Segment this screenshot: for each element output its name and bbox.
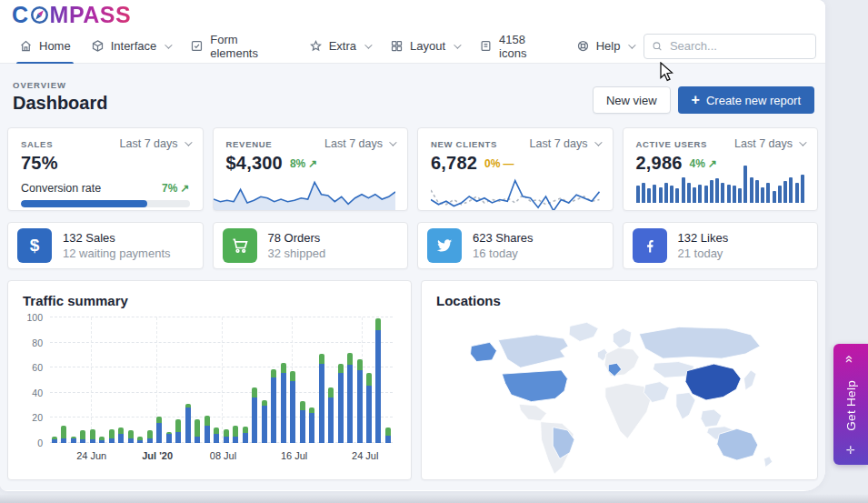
- traffic-title: Traffic summary: [23, 293, 396, 308]
- brand-header: C MPASS: [0, 0, 825, 29]
- dollar-icon: $: [17, 228, 52, 263]
- conversion-progressbar: [21, 200, 190, 207]
- range-dropdown[interactable]: Last 7 days: [734, 137, 804, 150]
- nav-item-help[interactable]: Help: [566, 29, 644, 63]
- likes-info-card: 132 Likes 21 today: [623, 222, 819, 269]
- stat-value: $4,300: [226, 153, 283, 174]
- delta-badge: 0%—: [484, 157, 514, 170]
- compass-icon: [30, 5, 49, 25]
- facebook-icon: [633, 228, 667, 263]
- orders-info-card: 78 Orders 32 shipped: [213, 222, 409, 269]
- search-input[interactable]: [670, 39, 808, 53]
- chevron-down-icon: [799, 138, 806, 146]
- grid-icon: [390, 39, 404, 53]
- stat-value: 6,782: [431, 153, 477, 174]
- chevron-down-icon: [389, 138, 396, 146]
- logo-text: MPASS: [50, 4, 132, 26]
- collapse-icon[interactable]: «: [843, 356, 859, 362]
- logo-letter: C: [12, 4, 29, 26]
- plus-icon: +: [692, 93, 700, 107]
- nav-item-interface[interactable]: Interface: [81, 29, 181, 63]
- shares-info-card: 623 Shares 16 today: [417, 222, 614, 269]
- clients-sparkline: [431, 177, 600, 211]
- info-title: 623 Shares: [473, 231, 534, 245]
- traffic-chart: 020406080100: [50, 317, 393, 443]
- get-help-tab[interactable]: « Get Help ✛: [833, 344, 868, 465]
- sales-card: SALES Last 7 days 75% Conversion rate 7%…: [7, 127, 204, 211]
- search-box[interactable]: [644, 34, 816, 59]
- chevron-down-icon: [185, 138, 192, 146]
- nav-label: 4158 icons: [499, 33, 556, 60]
- stat-label: REVENUE: [226, 139, 273, 149]
- traffic-x-axis: 24 JunJul '2008 Jul16 Jul24 Jul: [50, 450, 396, 465]
- chevron-down-icon: [594, 138, 602, 146]
- chevron-down-icon: [629, 41, 636, 48]
- nav-item-home[interactable]: Home: [9, 29, 81, 63]
- nav-label: Home: [39, 39, 71, 53]
- world-map[interactable]: [436, 314, 803, 476]
- stat-label: SALES: [21, 139, 53, 149]
- page-content: OVERVIEW Dashboard New view + Create new…: [0, 64, 825, 490]
- info-subtitle: 21 today: [678, 246, 729, 260]
- info-subtitle: 12 waiting payments: [63, 246, 171, 260]
- conversion-label: Conversion rate: [21, 182, 101, 195]
- compass-logo[interactable]: C MPASS: [12, 4, 131, 26]
- chevron-down-icon: [454, 41, 461, 48]
- range-dropdown[interactable]: Last 7 days: [120, 137, 190, 150]
- chevron-down-icon: [364, 41, 372, 48]
- new-view-button[interactable]: New view: [593, 86, 671, 114]
- cart-icon: [223, 228, 257, 263]
- nav-label: Extra: [329, 39, 356, 53]
- trend-up-icon: ↗: [180, 182, 189, 195]
- sales-info-card: $ 132 Sales 12 waiting payments: [7, 222, 204, 269]
- active-users-card: ACTIVE USERS Last 7 days 2,986 4%↗: [623, 127, 819, 211]
- locations-title: Locations: [436, 293, 803, 308]
- info-cards-row: $ 132 Sales 12 waiting payments 78 Order…: [7, 222, 818, 269]
- users-minibar-chart: [636, 163, 805, 203]
- cube-icon: [91, 39, 105, 53]
- nav-item-extra[interactable]: Extra: [299, 29, 380, 63]
- traffic-summary-card: Traffic summary 020406080100 24 JunJul '…: [7, 280, 412, 480]
- page-pretitle: OVERVIEW: [13, 80, 107, 90]
- info-title: 132 Sales: [63, 231, 171, 245]
- flat-trend-icon: —: [503, 157, 514, 170]
- checkbox-icon: [190, 39, 204, 53]
- delta-badge: 8%↗: [290, 157, 317, 170]
- stat-label: ACTIVE USERS: [636, 139, 708, 149]
- info-title: 78 Orders: [268, 231, 326, 245]
- page-header: OVERVIEW Dashboard New view + Create new…: [7, 80, 818, 114]
- nav-label: Help: [596, 39, 621, 53]
- lifebuoy-icon: [576, 39, 590, 53]
- info-subtitle: 16 today: [473, 246, 534, 260]
- nav-item-icons[interactable]: 4158 icons: [469, 29, 566, 63]
- choropleth-map: [438, 314, 802, 476]
- revenue-sparkline: [214, 174, 395, 210]
- nav-label: Form elements: [210, 33, 288, 60]
- chevron-down-icon: [165, 41, 172, 48]
- main-navbar: Home Interface Form elements Extra Layou…: [0, 29, 825, 64]
- bottom-row: Traffic summary 020406080100 24 JunJul '…: [7, 280, 818, 480]
- revenue-card: REVENUE Last 7 days $4,300 8%↗: [213, 127, 409, 211]
- nav-item-form-elements[interactable]: Form elements: [180, 29, 298, 63]
- info-subtitle: 32 shipped: [268, 246, 326, 260]
- locations-card: Locations: [421, 280, 818, 480]
- range-dropdown[interactable]: Last 7 days: [324, 137, 394, 150]
- app-window: C MPASS Home Interface Form elements: [0, 0, 825, 491]
- nav-label: Layout: [410, 39, 445, 53]
- nav-label: Interface: [111, 39, 157, 53]
- get-help-label: Get Help: [844, 380, 858, 431]
- page-edge-shadow: [0, 494, 868, 503]
- stat-label: NEW CLIENTS: [431, 139, 497, 149]
- delta-badge: 7%↗: [162, 182, 189, 195]
- star-icon: [309, 39, 323, 53]
- home-icon: [19, 39, 33, 53]
- nav-item-layout[interactable]: Layout: [380, 29, 469, 63]
- stats-row: SALES Last 7 days 75% Conversion rate 7%…: [7, 127, 818, 211]
- move-icon[interactable]: ✛: [846, 444, 855, 457]
- search-icon: [652, 40, 663, 53]
- create-report-button[interactable]: + Create new report: [678, 86, 814, 114]
- info-title: 132 Likes: [678, 231, 729, 245]
- page-title: Dashboard: [13, 93, 107, 114]
- file-icon: [479, 39, 493, 53]
- range-dropdown[interactable]: Last 7 days: [530, 137, 600, 150]
